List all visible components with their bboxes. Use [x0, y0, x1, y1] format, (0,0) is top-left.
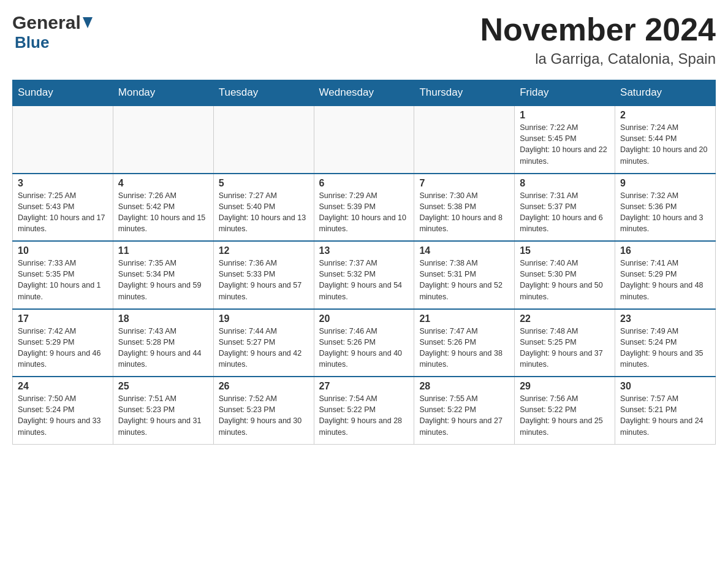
day-info: Sunrise: 7:54 AM Sunset: 5:22 PM Dayligh…	[319, 393, 409, 438]
day-number: 18	[118, 313, 208, 324]
day-number: 5	[219, 178, 309, 189]
calendar-cell: 12Sunrise: 7:36 AM Sunset: 5:33 PM Dayli…	[213, 241, 314, 309]
calendar-cell: 30Sunrise: 7:57 AM Sunset: 5:21 PM Dayli…	[615, 377, 716, 444]
day-number: 28	[419, 381, 509, 392]
day-number: 10	[18, 245, 108, 256]
day-info: Sunrise: 7:29 AM Sunset: 5:39 PM Dayligh…	[319, 190, 409, 235]
day-info: Sunrise: 7:38 AM Sunset: 5:31 PM Dayligh…	[419, 258, 509, 302]
day-number: 22	[520, 313, 610, 324]
day-number: 14	[419, 245, 509, 256]
day-info: Sunrise: 7:37 AM Sunset: 5:32 PM Dayligh…	[319, 258, 409, 302]
calendar-cell: 22Sunrise: 7:48 AM Sunset: 5:25 PM Dayli…	[515, 309, 615, 377]
day-info: Sunrise: 7:24 AM Sunset: 5:44 PM Dayligh…	[620, 122, 710, 167]
day-number: 21	[419, 313, 509, 324]
day-info: Sunrise: 7:52 AM Sunset: 5:23 PM Dayligh…	[219, 393, 309, 438]
calendar-cell: 29Sunrise: 7:56 AM Sunset: 5:22 PM Dayli…	[515, 377, 615, 444]
calendar-cell: 10Sunrise: 7:33 AM Sunset: 5:35 PM Dayli…	[13, 241, 113, 309]
calendar-cell: 14Sunrise: 7:38 AM Sunset: 5:31 PM Dayli…	[414, 241, 515, 309]
calendar-cell: 4Sunrise: 7:26 AM Sunset: 5:42 PM Daylig…	[113, 174, 213, 242]
day-number: 13	[319, 245, 409, 256]
day-info: Sunrise: 7:35 AM Sunset: 5:34 PM Dayligh…	[118, 258, 208, 302]
calendar-cell: 13Sunrise: 7:37 AM Sunset: 5:32 PM Dayli…	[314, 241, 414, 309]
calendar-cell: 24Sunrise: 7:50 AM Sunset: 5:24 PM Dayli…	[13, 377, 113, 444]
calendar-cell: 8Sunrise: 7:31 AM Sunset: 5:37 PM Daylig…	[515, 174, 615, 242]
svg-marker-0	[83, 17, 93, 28]
calendar-cell: 26Sunrise: 7:52 AM Sunset: 5:23 PM Dayli…	[213, 377, 314, 444]
calendar-week-2: 3Sunrise: 7:25 AM Sunset: 5:43 PM Daylig…	[13, 174, 716, 242]
month-title: November 2024	[480, 12, 716, 47]
day-number: 8	[520, 178, 610, 189]
day-number: 19	[219, 313, 309, 324]
calendar-cell: 7Sunrise: 7:30 AM Sunset: 5:38 PM Daylig…	[414, 174, 515, 242]
day-number: 20	[319, 313, 409, 324]
day-info: Sunrise: 7:42 AM Sunset: 5:29 PM Dayligh…	[18, 326, 108, 370]
day-info: Sunrise: 7:57 AM Sunset: 5:21 PM Dayligh…	[620, 393, 710, 438]
calendar-cell: 5Sunrise: 7:27 AM Sunset: 5:40 PM Daylig…	[213, 174, 314, 242]
day-info: Sunrise: 7:47 AM Sunset: 5:26 PM Dayligh…	[419, 326, 509, 370]
day-number: 15	[520, 245, 610, 256]
day-number: 29	[520, 381, 610, 392]
logo-general-text: General	[12, 12, 81, 33]
day-info: Sunrise: 7:43 AM Sunset: 5:28 PM Dayligh…	[118, 326, 208, 370]
weekday-header-friday: Friday	[515, 80, 615, 106]
calendar-cell	[414, 105, 515, 174]
day-number: 25	[118, 381, 208, 392]
calendar-cell: 6Sunrise: 7:29 AM Sunset: 5:39 PM Daylig…	[314, 174, 414, 242]
day-number: 1	[520, 110, 610, 121]
day-info: Sunrise: 7:40 AM Sunset: 5:30 PM Dayligh…	[520, 258, 610, 302]
weekday-header-monday: Monday	[113, 80, 213, 106]
weekday-header-wednesday: Wednesday	[314, 80, 414, 106]
weekday-header-saturday: Saturday	[615, 80, 716, 106]
calendar-cell: 23Sunrise: 7:49 AM Sunset: 5:24 PM Dayli…	[615, 309, 716, 377]
day-info: Sunrise: 7:33 AM Sunset: 5:35 PM Dayligh…	[18, 258, 108, 302]
calendar-cell: 18Sunrise: 7:43 AM Sunset: 5:28 PM Dayli…	[113, 309, 213, 377]
calendar-week-1: 1Sunrise: 7:22 AM Sunset: 5:45 PM Daylig…	[13, 105, 716, 174]
calendar-cell: 28Sunrise: 7:55 AM Sunset: 5:22 PM Dayli…	[414, 377, 515, 444]
calendar-cell: 2Sunrise: 7:24 AM Sunset: 5:44 PM Daylig…	[615, 105, 716, 174]
day-info: Sunrise: 7:50 AM Sunset: 5:24 PM Dayligh…	[18, 393, 108, 438]
calendar-cell	[213, 105, 314, 174]
calendar-week-4: 17Sunrise: 7:42 AM Sunset: 5:29 PM Dayli…	[13, 309, 716, 377]
weekday-header-tuesday: Tuesday	[213, 80, 314, 106]
calendar-cell: 17Sunrise: 7:42 AM Sunset: 5:29 PM Dayli…	[13, 309, 113, 377]
calendar-cell	[113, 105, 213, 174]
calendar-cell	[314, 105, 414, 174]
day-info: Sunrise: 7:27 AM Sunset: 5:40 PM Dayligh…	[219, 190, 309, 235]
day-info: Sunrise: 7:36 AM Sunset: 5:33 PM Dayligh…	[219, 258, 309, 302]
calendar-week-3: 10Sunrise: 7:33 AM Sunset: 5:35 PM Dayli…	[13, 241, 716, 309]
day-number: 17	[18, 313, 108, 324]
day-number: 2	[620, 110, 710, 121]
weekday-header-thursday: Thursday	[414, 80, 515, 106]
calendar-cell: 27Sunrise: 7:54 AM Sunset: 5:22 PM Dayli…	[314, 377, 414, 444]
day-number: 3	[18, 178, 108, 189]
logo: General Blue	[12, 12, 93, 52]
day-info: Sunrise: 7:55 AM Sunset: 5:22 PM Dayligh…	[419, 393, 509, 438]
calendar-cell: 9Sunrise: 7:32 AM Sunset: 5:36 PM Daylig…	[615, 174, 716, 242]
day-info: Sunrise: 7:32 AM Sunset: 5:36 PM Dayligh…	[620, 190, 710, 235]
calendar-cell: 1Sunrise: 7:22 AM Sunset: 5:45 PM Daylig…	[515, 105, 615, 174]
day-info: Sunrise: 7:46 AM Sunset: 5:26 PM Dayligh…	[319, 326, 409, 370]
page-header: General Blue November 2024 la Garriga, C…	[12, 12, 716, 67]
calendar-cell: 15Sunrise: 7:40 AM Sunset: 5:30 PM Dayli…	[515, 241, 615, 309]
day-info: Sunrise: 7:44 AM Sunset: 5:27 PM Dayligh…	[219, 326, 309, 370]
day-info: Sunrise: 7:30 AM Sunset: 5:38 PM Dayligh…	[419, 190, 509, 235]
calendar-cell: 3Sunrise: 7:25 AM Sunset: 5:43 PM Daylig…	[13, 174, 113, 242]
day-info: Sunrise: 7:51 AM Sunset: 5:23 PM Dayligh…	[118, 393, 208, 438]
title-section: November 2024 la Garriga, Catalonia, Spa…	[480, 12, 716, 67]
logo-blue-text: Blue	[15, 33, 49, 52]
calendar-cell: 20Sunrise: 7:46 AM Sunset: 5:26 PM Dayli…	[314, 309, 414, 377]
day-number: 16	[620, 245, 710, 256]
calendar-cell: 21Sunrise: 7:47 AM Sunset: 5:26 PM Dayli…	[414, 309, 515, 377]
calendar-cell: 25Sunrise: 7:51 AM Sunset: 5:23 PM Dayli…	[113, 377, 213, 444]
calendar-table: SundayMondayTuesdayWednesdayThursdayFrid…	[12, 80, 716, 445]
day-info: Sunrise: 7:25 AM Sunset: 5:43 PM Dayligh…	[18, 190, 108, 235]
calendar-cell: 11Sunrise: 7:35 AM Sunset: 5:34 PM Dayli…	[113, 241, 213, 309]
day-info: Sunrise: 7:31 AM Sunset: 5:37 PM Dayligh…	[520, 190, 610, 235]
day-info: Sunrise: 7:49 AM Sunset: 5:24 PM Dayligh…	[620, 326, 710, 370]
logo-triangle-icon	[83, 17, 93, 31]
day-number: 11	[118, 245, 208, 256]
weekday-header-row: SundayMondayTuesdayWednesdayThursdayFrid…	[13, 80, 716, 106]
day-number: 23	[620, 313, 710, 324]
calendar-cell	[13, 105, 113, 174]
day-info: Sunrise: 7:22 AM Sunset: 5:45 PM Dayligh…	[520, 122, 610, 167]
